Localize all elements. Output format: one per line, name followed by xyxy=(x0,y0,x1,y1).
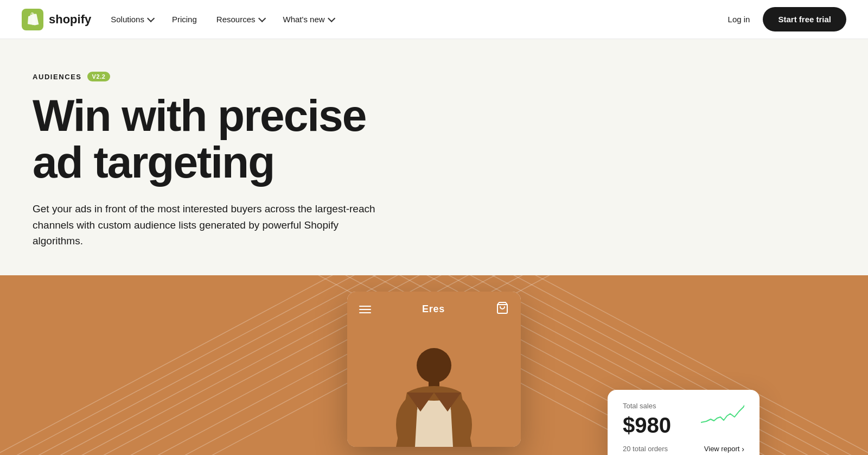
sales-info: Total sales $980 xyxy=(623,402,671,437)
product-image xyxy=(347,327,521,447)
shopify-logo-icon xyxy=(22,9,43,30)
store-name: Eres xyxy=(422,304,445,315)
sales-chart xyxy=(701,402,744,428)
hamburger-icon xyxy=(359,306,371,313)
shopping-bag-icon xyxy=(496,301,509,318)
version-badge: V2.2 xyxy=(87,72,111,81)
hero-section: AUDIENCES V2.2 Win with precise ad targe… xyxy=(0,39,868,249)
nav-resources[interactable]: Resources xyxy=(216,12,264,26)
store-header: Eres xyxy=(347,292,521,327)
nav-pricing[interactable]: Pricing xyxy=(172,12,197,26)
hero-title: Win with precise ad targeting xyxy=(33,92,401,186)
section-label: AUDIENCES xyxy=(33,73,82,81)
orders-count: 20 total orders xyxy=(623,445,668,453)
logo[interactable]: shopify xyxy=(22,9,91,30)
sales-card: Total sales $980 20 total orders View re… xyxy=(608,390,760,456)
navbar: shopify Solutions Pricing Resources What… xyxy=(0,0,868,39)
nav-whats-new[interactable]: What's new xyxy=(283,12,333,26)
nav-solutions[interactable]: Solutions xyxy=(111,12,152,26)
sales-card-header: Total sales $980 xyxy=(623,402,744,437)
arrow-right-icon: › xyxy=(742,445,744,453)
navbar-left: shopify Solutions Pricing Resources What… xyxy=(22,9,333,30)
svg-point-24 xyxy=(417,348,451,383)
view-report-link[interactable]: View report › xyxy=(704,445,744,453)
navbar-right: Log in Start free trial xyxy=(728,7,846,31)
audiences-label-row: AUDIENCES V2.2 xyxy=(33,72,835,81)
chevron-down-icon xyxy=(328,14,335,22)
svg-line-26 xyxy=(743,404,744,407)
visual-section: Eres xyxy=(0,275,868,456)
sales-amount: $980 xyxy=(623,413,671,437)
store-mockup-card: Eres xyxy=(347,292,521,447)
sales-label: Total sales xyxy=(623,402,671,410)
sales-footer: 20 total orders View report › xyxy=(623,445,744,453)
chevron-down-icon xyxy=(258,14,266,22)
login-button[interactable]: Log in xyxy=(728,15,750,24)
chevron-down-icon xyxy=(147,14,155,22)
logo-text: shopify xyxy=(49,12,91,27)
start-trial-button[interactable]: Start free trial xyxy=(763,7,846,31)
hero-subtitle: Get your ads in front of the most intere… xyxy=(33,201,380,249)
